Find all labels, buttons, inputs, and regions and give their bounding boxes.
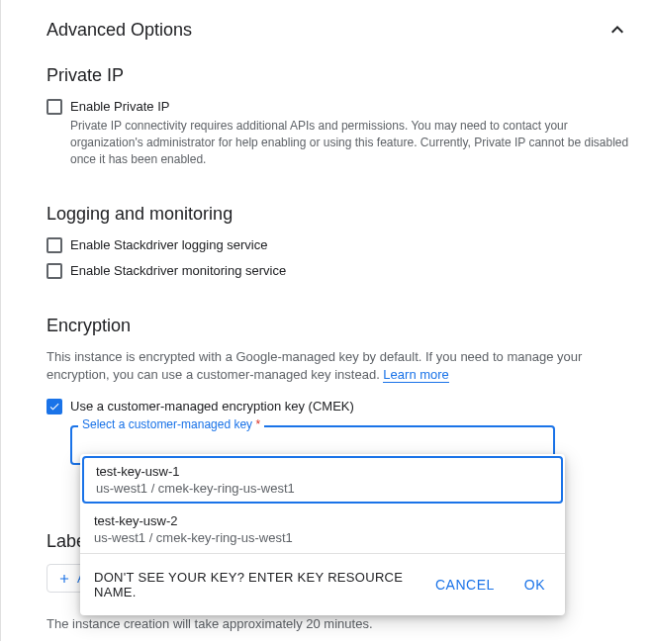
encryption-description: This instance is encrypted with a Google… — [47, 348, 629, 384]
creation-time-note: The instance creation will take approxim… — [47, 616, 653, 631]
enable-private-ip-checkbox[interactable] — [47, 99, 62, 115]
key-option-1[interactable]: test-key-usw-2 us-west1 / cmek-key-ring-… — [80, 506, 565, 553]
enable-private-ip-label: Enable Private IP — [70, 98, 629, 116]
ok-button[interactable]: OK — [518, 573, 551, 597]
logging-title: Logging and monitoring — [47, 204, 629, 225]
cmek-label: Use a customer-managed encryption key (C… — [70, 398, 354, 415]
private-ip-section: Private IP Enable Private IP Private IP … — [47, 51, 653, 168]
enable-logging-label: Enable Stackdriver logging service — [70, 236, 267, 254]
chevron-up-icon — [606, 18, 629, 42]
check-icon — [48, 401, 60, 413]
enable-monitoring-label: Enable Stackdriver monitoring service — [70, 262, 286, 280]
cancel-button[interactable]: CANCEL — [429, 573, 501, 597]
key-select[interactable]: Select a customer-managed key * test-key… — [70, 425, 555, 465]
private-ip-help-text: Private IP connectivity requires additio… — [70, 118, 629, 168]
key-select-popover: test-key-usw-1 us-west1 / cmek-key-ring-… — [80, 454, 565, 615]
accordion-title: Advanced Options — [47, 20, 192, 41]
key-option-name: test-key-usw-2 — [94, 513, 551, 528]
learn-more-link[interactable]: Learn more — [383, 367, 448, 383]
key-not-found-prompt[interactable]: DON'T SEE YOUR KEY? ENTER KEY RESOURCE N… — [94, 570, 418, 599]
key-option-0[interactable]: test-key-usw-1 us-west1 / cmek-key-ring-… — [82, 456, 563, 504]
encryption-title: Encryption — [47, 316, 629, 336]
key-option-path: us-west1 / cmek-key-ring-us-west1 — [94, 530, 551, 545]
accordion-header[interactable]: Advanced Options — [47, 0, 653, 51]
enable-logging-checkbox[interactable] — [47, 237, 62, 253]
plus-icon — [57, 572, 71, 586]
key-option-name: test-key-usw-1 — [96, 464, 549, 479]
private-ip-title: Private IP — [47, 65, 629, 86]
cmek-checkbox[interactable] — [47, 399, 62, 414]
key-option-path: us-west1 / cmek-key-ring-us-west1 — [96, 481, 549, 496]
encryption-section: Encryption This instance is encrypted wi… — [47, 288, 653, 465]
enable-monitoring-checkbox[interactable] — [47, 263, 62, 279]
key-select-label: Select a customer-managed key * — [78, 417, 264, 431]
logging-section: Logging and monitoring Enable Stackdrive… — [47, 176, 653, 280]
